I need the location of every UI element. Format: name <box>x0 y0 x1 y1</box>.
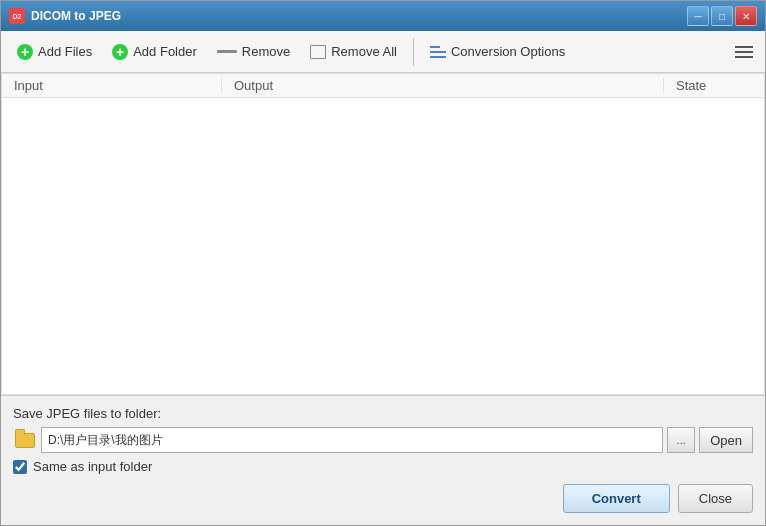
folder-icon-wrap <box>13 427 37 453</box>
table-header: Input Output State <box>2 74 764 98</box>
folder-row: ... Open <box>13 427 753 453</box>
convert-button[interactable]: Convert <box>563 484 670 513</box>
add-files-icon: + <box>17 44 33 60</box>
remove-icon <box>217 50 237 53</box>
same-folder-row: Same as input folder <box>13 459 753 474</box>
toolbar-right <box>731 42 757 62</box>
same-folder-checkbox[interactable] <box>13 460 27 474</box>
remove-button[interactable]: Remove <box>209 40 298 63</box>
col-input-header: Input <box>2 78 222 93</box>
conversion-options-icon <box>430 46 446 58</box>
minimize-button[interactable]: ─ <box>687 6 709 26</box>
hamburger-menu-button[interactable] <box>731 42 757 62</box>
add-folder-button[interactable]: + Add Folder <box>104 40 205 64</box>
window-title: DICOM to JPEG <box>31 9 121 23</box>
remove-all-button[interactable]: Remove All <box>302 40 405 63</box>
toolbar: + Add Files + Add Folder Remove Remove A… <box>1 31 765 73</box>
title-bar-controls: ─ □ ✕ <box>687 6 757 26</box>
app-icon: D2 <box>9 8 25 24</box>
action-row: Convert Close <box>13 484 753 513</box>
bottom-section: Save JPEG files to folder: ... Open Same… <box>1 395 765 525</box>
add-files-label: Add Files <box>38 44 92 59</box>
folder-icon <box>15 433 35 448</box>
conversion-options-button[interactable]: Conversion Options <box>422 40 573 63</box>
same-folder-label: Same as input folder <box>33 459 152 474</box>
col-state-header: State <box>664 78 764 93</box>
toolbar-separator <box>413 38 414 66</box>
add-folder-icon: + <box>112 44 128 60</box>
title-bar: D2 DICOM to JPEG ─ □ ✕ <box>1 1 765 31</box>
browse-button[interactable]: ... <box>667 427 695 453</box>
main-window: D2 DICOM to JPEG ─ □ ✕ + Add Files + Add… <box>0 0 766 526</box>
remove-all-label: Remove All <box>331 44 397 59</box>
content-area: Input Output State <box>1 73 765 395</box>
col-output-header: Output <box>222 78 664 93</box>
file-list <box>2 98 764 394</box>
close-dialog-button[interactable]: Close <box>678 484 753 513</box>
folder-path-input[interactable] <box>41 427 663 453</box>
remove-all-icon <box>310 45 326 59</box>
title-bar-left: D2 DICOM to JPEG <box>9 8 121 24</box>
remove-label: Remove <box>242 44 290 59</box>
folder-label: Save JPEG files to folder: <box>13 406 753 421</box>
add-files-button[interactable]: + Add Files <box>9 40 100 64</box>
maximize-button[interactable]: □ <box>711 6 733 26</box>
content-wrapper: Input Output State <box>2 74 764 394</box>
open-button[interactable]: Open <box>699 427 753 453</box>
add-folder-label: Add Folder <box>133 44 197 59</box>
conversion-options-label: Conversion Options <box>451 44 565 59</box>
window-close-button[interactable]: ✕ <box>735 6 757 26</box>
